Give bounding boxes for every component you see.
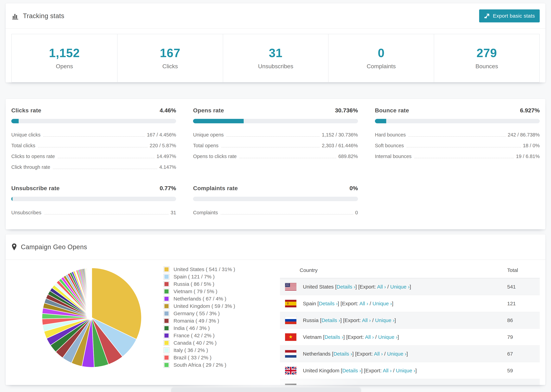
rate-percentage: 4.46%	[160, 107, 176, 114]
rate-title: Complaints rate	[193, 185, 238, 192]
details-link[interactable]: Details ›	[333, 351, 352, 357]
country-name: Spain	[303, 301, 316, 306]
legend-item[interactable]: Germany ( 55 / 3% )	[164, 310, 259, 317]
legend-item[interactable]: India ( 46 / 3% )	[164, 324, 259, 332]
map-pin-icon	[11, 243, 17, 251]
rate-percentage: 0.77%	[160, 185, 176, 192]
metric-value: 18 / 0%	[523, 143, 540, 148]
metric-value: 4.147%	[159, 164, 176, 170]
legend-label: Brazil ( 33 / 2% )	[174, 355, 212, 361]
metric-row: Internal bounces19 / 6.81%	[375, 151, 540, 162]
rate-title: Bounce rate	[375, 107, 409, 114]
vn-flag-icon	[285, 333, 296, 341]
legend-item[interactable]: France ( 42 / 2% )	[164, 332, 259, 339]
export-unique-link[interactable]: Unique ›	[373, 301, 392, 306]
dotted-leader	[226, 136, 320, 137]
legend-item[interactable]: Canada ( 40 / 2% )	[164, 339, 259, 347]
details-link[interactable]: Details ›	[321, 317, 340, 323]
metric-row: Opens to clicks rate689.82%	[193, 151, 358, 162]
export-unique-link[interactable]: Unique ›	[375, 317, 395, 323]
legend-label: France ( 42 / 2% )	[174, 333, 215, 338]
metric-rows: Hard bounces242 / 86.738%Soft bounces18 …	[375, 129, 540, 162]
rate-title: Unsubscribe rate	[11, 185, 60, 192]
legend-item[interactable]: United Kingdom ( 59 / 3% )	[164, 302, 259, 310]
country-links-line: Russia [Details ›] [Export: All › / Uniq…	[303, 317, 396, 323]
export-unique-link[interactable]: Unique ›	[387, 351, 406, 357]
export-all-link[interactable]: All ›	[383, 368, 392, 373]
country-cell: Russia [Details ›] [Export: All › / Uniq…	[280, 317, 500, 324]
pie-svg[interactable]	[39, 265, 145, 371]
country-name: Russia	[303, 317, 319, 323]
rate-section-opens: Opens rate30.736%Unique opens1,152 / 30.…	[193, 107, 358, 173]
metric-row: Hard bounces242 / 86.738%	[375, 129, 540, 140]
legend-swatch	[164, 303, 170, 309]
export-all-link[interactable]: All ›	[359, 301, 368, 306]
export-unique-link[interactable]: Unique ›	[390, 284, 410, 290]
legend-item[interactable]: Russia ( 86 / 5% )	[164, 280, 259, 288]
legend-item[interactable]: Italy ( 36 / 2% )	[164, 347, 259, 354]
legend-item[interactable]: Spain ( 121 / 7% )	[164, 273, 259, 280]
export-all-link[interactable]: All ›	[365, 334, 374, 340]
export-basic-stats-button[interactable]: Export basic stats	[479, 9, 540, 22]
geo-table-row-vietnam: Vietnam [Details ›] [Export: All › / Uni…	[280, 329, 540, 345]
legend-item[interactable]: United States ( 541 / 31% )	[164, 266, 259, 273]
legend-item[interactable]: South Africa ( 29 / 2% )	[164, 361, 259, 369]
country-links-line: Netherlands [Details ›] [Export: All › /…	[303, 351, 408, 357]
metric-row: Unique clicks167 / 4.456%	[11, 129, 176, 140]
total-cell: 59	[500, 368, 540, 373]
legend-label: South Africa ( 29 / 2% )	[174, 362, 226, 368]
geo-table-row-united-kingdom: United Kingdom [Details ›] [Export: All …	[280, 362, 540, 379]
geo-pie-chart[interactable]	[39, 265, 145, 371]
export-all-link[interactable]: All ›	[374, 351, 383, 357]
legend-swatch	[164, 311, 170, 316]
pie-slice-other[interactable]	[92, 268, 92, 318]
metric-label: Total clicks	[11, 143, 35, 148]
legend-swatch	[164, 340, 170, 346]
dotted-leader	[44, 214, 169, 215]
legend-item[interactable]: Vietnam ( 79 / 5% )	[164, 288, 259, 295]
legend-swatch	[164, 274, 170, 280]
es-flag-icon	[285, 300, 296, 307]
metric-label: Unsubscribes	[11, 210, 42, 216]
legend-label: Spain ( 121 / 7% )	[174, 274, 215, 280]
dotted-leader	[38, 147, 148, 147]
geo-table-header: Country Total	[280, 265, 540, 278]
stat-value: 31	[223, 46, 328, 60]
legend-item[interactable]: Romania ( 49 / 3% )	[164, 317, 259, 324]
stat-unsubscribes: 31Unsubscribes	[223, 34, 328, 82]
export-unique-link[interactable]: Unique ›	[396, 368, 415, 373]
export-unique-link[interactable]: Unique ›	[378, 334, 397, 340]
rates-row-top: Clicks rate4.46%Unique clicks167 / 4.456…	[11, 107, 540, 173]
gb-flag-icon	[285, 367, 296, 374]
geo-table-row-spain: Spain [Details ›] [Export: All › / Uniqu…	[280, 295, 540, 312]
legend-item[interactable]: Netherlands ( 67 / 4% )	[164, 295, 259, 302]
metric-value: 14.497%	[156, 154, 176, 159]
details-link[interactable]: Details ›	[342, 368, 361, 373]
us-flag-icon	[285, 283, 296, 291]
legend-item[interactable]: Brazil ( 33 / 2% )	[164, 354, 259, 361]
legend-swatch	[164, 333, 170, 338]
geo-opens-header: Campaign Geo Opens	[6, 234, 545, 259]
metric-row: Complaints0	[193, 207, 358, 218]
details-link[interactable]: Details ›	[325, 334, 343, 340]
export-all-link[interactable]: All ›	[362, 317, 371, 323]
stat-label: Complaints	[329, 63, 434, 70]
legend-label: Romania ( 49 / 3% )	[174, 318, 219, 324]
rate-title: Opens rate	[193, 107, 224, 114]
metric-label: Hard bounces	[375, 132, 406, 138]
country-name: Netherlands	[303, 351, 331, 357]
details-link[interactable]: Details ›	[337, 284, 355, 290]
column-header-country: Country	[280, 267, 500, 273]
stat-label: Unsubscribes	[223, 63, 328, 70]
legend-label: Vietnam ( 79 / 5% )	[174, 288, 217, 294]
stat-label: Opens	[12, 63, 117, 70]
country-name: United States	[303, 284, 334, 290]
rate-section-clicks: Clicks rate4.46%Unique clicks167 / 4.456…	[11, 107, 176, 173]
details-link[interactable]: Details ›	[319, 301, 338, 306]
progress-fill	[11, 197, 13, 201]
metric-rows: Unsubscribes31	[11, 207, 176, 218]
export-all-link[interactable]: All ›	[377, 284, 386, 290]
stats-grid: 1,152Opens167Clicks31Unsubscribes0Compla…	[11, 34, 540, 83]
rate-head: Clicks rate4.46%	[11, 107, 176, 114]
progress-track	[193, 119, 358, 123]
